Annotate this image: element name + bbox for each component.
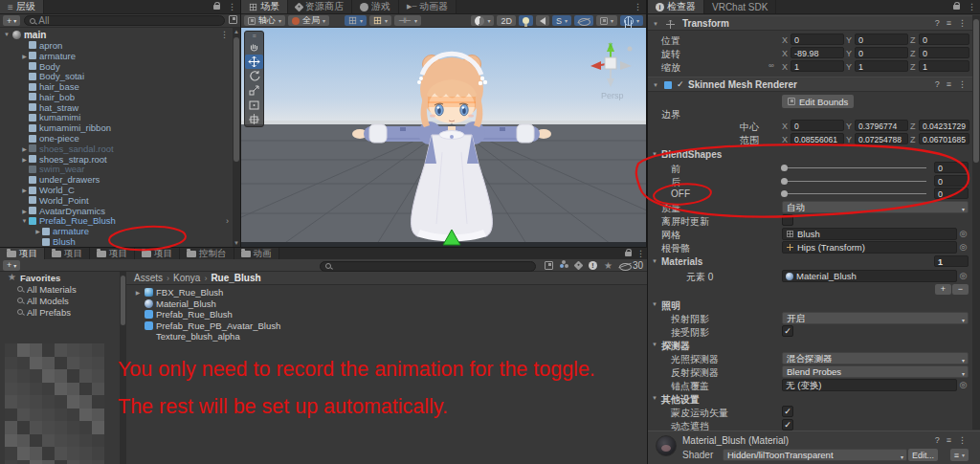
- component-menu-icon[interactable]: ⋮: [958, 435, 967, 445]
- effects-button[interactable]: S▾: [552, 15, 571, 26]
- slider-knob[interactable]: [781, 178, 788, 185]
- cast-shadows-dropdown[interactable]: 开启▾: [782, 312, 969, 324]
- inspector-scrollbar[interactable]: [972, 15, 980, 430]
- position-x-field[interactable]: 0: [791, 33, 844, 45]
- hierarchy-item[interactable]: ▶ armature: [0, 51, 233, 61]
- component-menu-icon[interactable]: ⋮: [958, 79, 967, 89]
- position-z-field[interactable]: 0: [919, 33, 969, 45]
- search-by-type-icon[interactable]: !: [589, 261, 597, 270]
- palette-drag-handle[interactable]: ≡: [245, 32, 263, 40]
- expand-icon[interactable]: ▶: [20, 53, 29, 59]
- project-search-input[interactable]: [320, 261, 536, 272]
- presets-icon[interactable]: ≡: [947, 18, 951, 28]
- expand-icon[interactable]: ▶: [134, 289, 142, 296]
- hierarchy-item[interactable]: Body: [0, 61, 233, 72]
- extent-x-field[interactable]: 0.08556061: [791, 133, 844, 144]
- hidden-packages-count[interactable]: 30: [619, 260, 643, 271]
- hierarchy-item[interactable]: ▶ shoes_strap.root: [0, 154, 233, 165]
- help-icon[interactable]: ?: [935, 435, 940, 445]
- camera-settings-button[interactable]: ▾: [596, 15, 617, 26]
- hierarchy-item[interactable]: hair_bob: [0, 92, 233, 102]
- scene-viewport[interactable]: ≡: [241, 28, 646, 247]
- hierarchy-item[interactable]: one-piece: [0, 133, 233, 144]
- shader-edit-button[interactable]: Edit...: [908, 449, 938, 461]
- skinned-mesh-renderer-header[interactable]: ▼ ✓ Skinned Mesh Renderer ?≡⋮: [648, 77, 980, 92]
- audio-toggle-button[interactable]: [536, 15, 549, 26]
- scene-visibility-icon[interactable]: [229, 15, 237, 26]
- expand-icon[interactable]: ▶: [20, 145, 29, 152]
- tab-asset-store[interactable]: 资源商店: [288, 0, 352, 13]
- object-picker-icon[interactable]: ◎: [958, 271, 969, 281]
- project-tab[interactable]: 动画: [234, 248, 279, 259]
- position-y-field[interactable]: 0: [855, 33, 908, 45]
- slider-knob[interactable]: [781, 165, 788, 171]
- material-object-field[interactable]: Material_Blush: [782, 270, 957, 282]
- scale-tool-button[interactable]: [245, 83, 263, 98]
- center-y-field[interactable]: 0.3796774: [855, 120, 908, 131]
- hierarchy-scrollbar[interactable]: ▲ ▼: [233, 28, 240, 247]
- breadcrumb-assets[interactable]: Assets: [134, 273, 163, 283]
- hierarchy-item[interactable]: hat_straw: [0, 102, 233, 113]
- hierarchy-item[interactable]: ▶ AvatarDynamics: [0, 206, 233, 216]
- hierarchy-item[interactable]: kumamimi: [0, 113, 233, 123]
- light-probes-dropdown[interactable]: 混合探测器▾: [782, 352, 969, 365]
- hierarchy-item[interactable]: ▶ shoes_sandal.root: [0, 144, 233, 154]
- blendshapes-section[interactable]: ▼ BlendShapes: [648, 148, 980, 161]
- hierarchy-item[interactable]: hair_base: [0, 81, 233, 92]
- scale-z-field[interactable]: 1: [919, 60, 969, 72]
- hierarchy-item[interactable]: kumamimi_ribbon: [0, 122, 233, 133]
- scale-y-field[interactable]: 1: [855, 60, 908, 72]
- slider-knob[interactable]: [781, 190, 788, 197]
- lighting-toggle-button[interactable]: [519, 15, 533, 26]
- lock-icon[interactable]: [625, 252, 632, 256]
- hierarchy-item[interactable]: World_Point: [0, 195, 233, 206]
- blendshape-slider[interactable]: [782, 193, 926, 194]
- quality-dropdown[interactable]: 自动▾: [782, 201, 969, 213]
- object-picker-icon[interactable]: ◎: [958, 380, 969, 390]
- tab-vrchat-sdk[interactable]: VRChat SDK: [704, 0, 776, 13]
- scale-link-icon[interactable]: ∞: [768, 61, 774, 70]
- edit-bounds-button[interactable]: Edit Bounds: [782, 95, 854, 108]
- project-tab[interactable]: 项目: [90, 248, 135, 259]
- scene-menu-icon[interactable]: ⋮: [220, 30, 229, 39]
- hierarchy-item[interactable]: Body_sotai: [0, 71, 233, 81]
- project-tab[interactable]: 项目: [45, 248, 90, 259]
- project-tab[interactable]: 项目: [135, 248, 180, 259]
- panel-menu-icon[interactable]: ⋮: [636, 249, 645, 258]
- materials-count-field[interactable]: 1: [934, 255, 969, 267]
- scene-visibility-button[interactable]: [574, 15, 593, 26]
- hierarchy-item[interactable]: under_drawers: [0, 174, 233, 185]
- tool-settings-button[interactable]: ⊣⊢▾: [394, 15, 421, 26]
- presets-icon[interactable]: ≡: [947, 435, 951, 445]
- object-picker-icon[interactable]: ◎: [958, 242, 969, 253]
- blendshape-slider[interactable]: [782, 167, 926, 168]
- rotation-x-field[interactable]: -89.98: [791, 47, 844, 58]
- tab-animator[interactable]: ▶─ 动画器: [399, 0, 457, 13]
- search-by-label-icon[interactable]: [573, 261, 583, 271]
- add-material-button[interactable]: +: [935, 284, 951, 295]
- open-asset-icon[interactable]: [545, 261, 553, 270]
- blendshape-value-field[interactable]: 0: [934, 175, 969, 187]
- tab-hierarchy[interactable]: ≡ 层级: [0, 0, 44, 13]
- panel-menu-icon[interactable]: ⋮: [964, 0, 980, 13]
- hierarchy-item[interactable]: Blush: [0, 236, 233, 247]
- project-tab[interactable]: 控制台: [180, 248, 234, 259]
- breadcrumb-current[interactable]: Rue_Blush: [211, 273, 260, 283]
- root-bone-object-field[interactable]: Hips (Transform): [782, 241, 957, 254]
- rotate-tool-button[interactable]: [245, 69, 263, 83]
- materials-section[interactable]: ▼ Materials 1: [648, 255, 980, 268]
- favorites-item[interactable]: All Prefabs: [0, 306, 120, 318]
- packages-icon[interactable]: [560, 261, 568, 270]
- gizmos-button[interactable]: ▾: [620, 15, 643, 26]
- component-menu-icon[interactable]: ⋮: [958, 18, 967, 28]
- hierarchy-item[interactable]: ▶ armature: [0, 226, 233, 236]
- rect-tool-button[interactable]: [245, 98, 263, 112]
- enabled-checkbox[interactable]: ✓: [677, 79, 684, 89]
- expand-icon[interactable]: ▶: [33, 228, 42, 234]
- presets-icon[interactable]: ≡: [947, 79, 951, 89]
- hand-tool-button[interactable]: [245, 40, 263, 55]
- file-row[interactable]: Material_Blush: [134, 298, 647, 310]
- hierarchy-item[interactable]: swim_wear: [0, 165, 233, 175]
- file-row[interactable]: Prefab_Rue_PB_Avatar_Blush: [134, 320, 647, 332]
- file-row[interactable]: ▶ FBX_Rue_Blush: [134, 287, 647, 298]
